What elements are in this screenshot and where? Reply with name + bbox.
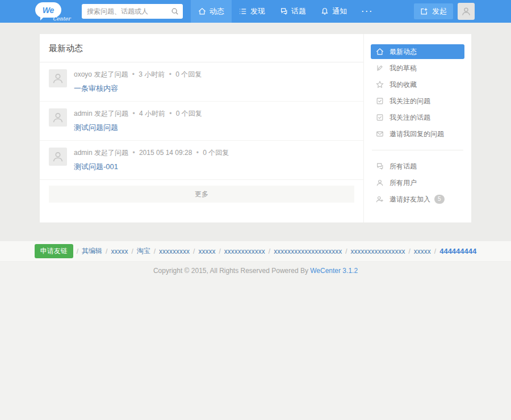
feed-item-body: oxoyo 发起了问题 • 3 小时前 • 0 个回复 一条审核内容	[74, 69, 202, 94]
wecenter-version-link[interactable]: WeCenter 3.1.2	[310, 267, 358, 275]
friend-link[interactable]: 淘宝	[137, 246, 150, 256]
logo-center-text: Center	[53, 16, 70, 22]
avatar[interactable]	[49, 148, 67, 166]
user-plus-icon	[376, 195, 384, 204]
friend-link[interactable]: xxxxx	[111, 247, 128, 255]
sidebar-item-label: 我的收藏	[389, 80, 417, 90]
feed-item: oxoyo 发起了问题 • 3 小时前 • 0 个回复 一条审核内容	[40, 62, 363, 102]
more-dots-icon: ···	[362, 7, 374, 15]
friend-link[interactable]: xxxxx	[198, 247, 215, 255]
link-separator: /	[345, 247, 347, 255]
meta-separator: •	[132, 110, 135, 117]
copyright-prefix: Copyright © 2015, All Rights Reserved Po…	[153, 267, 310, 275]
feed-item-meta: oxoyo 发起了问题 • 3 小时前 • 0 个回复	[74, 70, 202, 79]
link-separator: /	[77, 247, 78, 255]
user-icon	[376, 179, 384, 187]
draft-pencil-icon	[376, 64, 384, 73]
header-user-avatar[interactable]	[458, 3, 475, 20]
avatar[interactable]	[49, 69, 67, 87]
discover-list-icon	[239, 7, 247, 15]
search-input[interactable]	[86, 7, 171, 16]
load-more-button[interactable]: 更多	[49, 186, 354, 203]
meta-separator: •	[169, 110, 171, 117]
check-square-icon	[376, 97, 384, 106]
friend-link[interactable]: xxxxxxxxxxxx	[224, 247, 265, 255]
feed-reply-count: 0 个回复	[175, 70, 202, 78]
main-nav: 动态 发现 话题	[191, 0, 381, 23]
feed-user-link[interactable]: oxoyo	[74, 70, 92, 78]
question-title-link[interactable]: 测试问题-001	[74, 162, 118, 172]
feed-item-meta: admin 发起了问题 • 4 小时前 • 0 个回复	[74, 109, 202, 119]
bell-icon	[321, 7, 329, 15]
link-separator: /	[106, 247, 107, 255]
sidebar-item-label: 邀请好友加入	[389, 195, 430, 204]
feed-item-body: admin 发起了问题 • 2015 05 14 09:28 • 0 个回复 测…	[74, 148, 229, 172]
search-icon[interactable]	[171, 7, 179, 15]
sidebar-item-invite-friends[interactable]: 邀请好友加入 5	[371, 192, 464, 207]
feed-time: 3 小时前	[139, 70, 165, 78]
envelope-icon	[376, 130, 384, 138]
sidebar-item-my-favorites[interactable]: 我的收藏	[371, 77, 464, 92]
wecenter-page: We Center 动态	[0, 0, 511, 420]
sidebar-item-followed-questions[interactable]: 我关注的问题	[371, 94, 464, 108]
feed-item-meta: admin 发起了问题 • 2015 05 14 09:28 • 0 个回复	[74, 148, 229, 158]
sidebar-item-latest-activity[interactable]: 最新动态	[371, 44, 464, 59]
feed-user-link[interactable]: admin	[74, 149, 93, 157]
link-separator: /	[219, 247, 220, 255]
nav-tab-activity[interactable]: 动态	[191, 0, 232, 23]
feed-item: admin 发起了问题 • 2015 05 14 09:28 • 0 个回复 测…	[40, 141, 363, 180]
sidebar-item-all-topics[interactable]: 所有话题	[371, 159, 464, 174]
nav-tab-topics[interactable]: 话题	[273, 0, 313, 23]
meta-separator: •	[169, 70, 171, 78]
sidebar-item-label: 邀请我回复的问题	[389, 129, 444, 139]
sidebar-item-followed-topics[interactable]: 我关注的话题	[371, 110, 464, 125]
nav-tab-label: 话题	[291, 6, 306, 16]
sidebar-item-label: 所有话题	[389, 162, 417, 171]
topics-bubbles-icon	[376, 162, 384, 171]
sidebar-item-label: 最新动态	[389, 47, 417, 57]
publish-button[interactable]: 发起	[414, 3, 453, 19]
friend-link[interactable]: xxxxxxxxxxxxxxxxxxxx	[274, 247, 342, 255]
feed-time: 2015 05 14 09:28	[139, 149, 192, 157]
feed-item-body: admin 发起了问题 • 4 小时前 • 0 个回复 测试问题问题	[74, 108, 202, 133]
feed-column: 最新动态 oxoyo 发起了问题 • 3 小时前 •	[40, 34, 363, 222]
feed-reply-count: 0 个回复	[203, 149, 229, 157]
sidebar: 最新动态 我的草稿 我的收藏	[363, 34, 471, 222]
nav-tab-label: 通知	[332, 6, 347, 16]
feed-action: 发起了问题	[94, 110, 128, 117]
question-title-link[interactable]: 测试问题问题	[74, 123, 118, 133]
content-area: 最新动态 oxoyo 发起了问题 • 3 小时前 •	[0, 23, 511, 241]
sidebar-item-invited-questions[interactable]: 邀请我回复的问题	[371, 127, 464, 141]
friend-link[interactable]: 444444444	[439, 247, 476, 255]
copyright-text: Copyright © 2015, All Rights Reserved Po…	[0, 267, 511, 275]
sidebar-item-my-drafts[interactable]: 我的草稿	[371, 61, 464, 75]
sidebar-item-label: 我的草稿	[389, 64, 417, 73]
feed-user-link[interactable]: admin	[74, 110, 93, 117]
avatar[interactable]	[49, 108, 67, 127]
friend-links: 申请友链 / 其编辑 / xxxxx / 淘宝 / xxxxxxxxx / xx…	[0, 244, 511, 258]
nav-more-button[interactable]: ···	[354, 0, 381, 23]
feed-item: admin 发起了问题 • 4 小时前 • 0 个回复 测试问题问题	[40, 102, 363, 141]
meta-separator: •	[132, 149, 135, 157]
sidebar-item-all-users[interactable]: 所有用户	[371, 175, 464, 190]
invite-count-badge: 5	[434, 195, 445, 204]
top-navbar: We Center 动态	[0, 0, 511, 23]
friend-link[interactable]: 其编辑	[82, 246, 102, 256]
sidebar-item-label: 我关注的问题	[389, 96, 430, 106]
feed-time: 4 小时前	[139, 110, 165, 117]
wecenter-logo[interactable]: We Center	[34, 1, 68, 22]
link-separator: /	[434, 247, 436, 255]
nav-tab-label: 动态	[210, 6, 224, 16]
nav-tab-label: 发现	[250, 6, 265, 16]
link-separator: /	[131, 247, 133, 255]
friend-link[interactable]: xxxxxxxxxxxxxxxx	[350, 247, 405, 255]
nav-tab-discover[interactable]: 发现	[232, 0, 273, 23]
home-icon	[198, 7, 206, 15]
apply-friend-link-button[interactable]: 申请友链	[35, 244, 73, 258]
feed-reply-count: 0 个回复	[176, 110, 202, 117]
nav-tab-notifications[interactable]: 通知	[313, 0, 354, 23]
question-title-link[interactable]: 一条审核内容	[74, 83, 118, 94]
friend-link[interactable]: xxxxxxxxx	[159, 247, 190, 255]
friend-link[interactable]: xxxxx	[414, 247, 431, 255]
sidebar-item-label: 我关注的话题	[389, 113, 430, 123]
